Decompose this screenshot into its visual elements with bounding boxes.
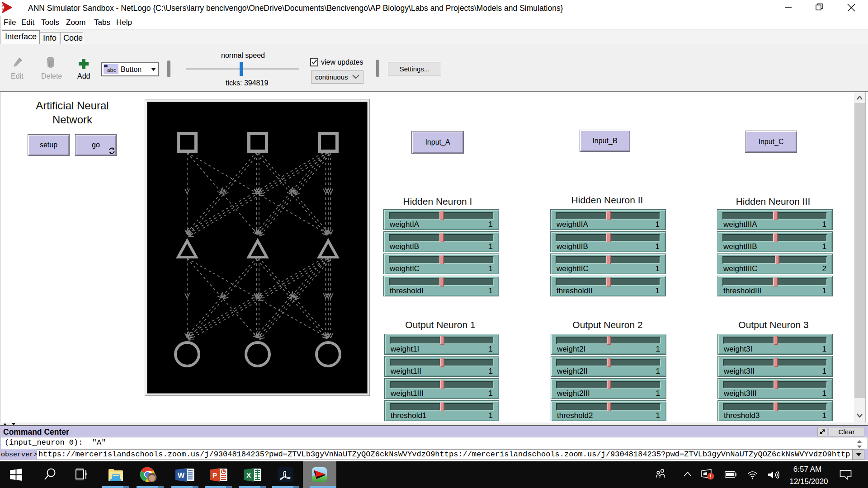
svg-text:W: W — [178, 472, 185, 479]
svg-text:X: X — [246, 471, 251, 479]
svg-text:P: P — [212, 471, 217, 479]
